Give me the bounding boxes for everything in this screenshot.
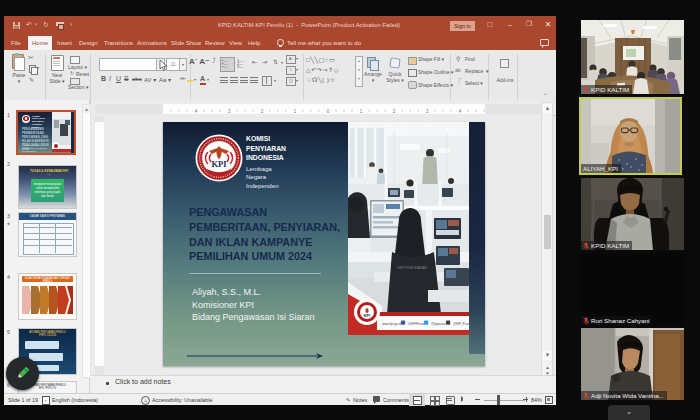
svg-text:DNT PGW SIARAN: DNT PGW SIARAN — [397, 266, 427, 270]
svg-text:KPI: KPI — [211, 159, 227, 169]
svg-text:1: 1 — [294, 109, 297, 114]
svg-text:KPI: KPI — [364, 313, 371, 318]
svg-text:0: 0 — [327, 109, 330, 114]
svg-text:3: 3 — [228, 109, 231, 114]
svg-text:www.kpi.go.id: www.kpi.go.id — [382, 322, 401, 326]
svg-text:4: 4 — [459, 109, 462, 114]
svg-text:4: 4 — [195, 109, 198, 114]
svg-text:3: 3 — [426, 109, 429, 114]
svg-text:@KPIPusat: @KPIPusat — [408, 322, 424, 326]
svg-text:2: 2 — [261, 109, 264, 114]
svg-text:@kpipusat: @kpipusat — [431, 322, 446, 326]
svg-text:2: 2 — [393, 109, 396, 114]
svg-text:1: 1 — [360, 109, 363, 114]
svg-text:@KPI_Pusat: @KPI_Pusat — [453, 322, 469, 326]
